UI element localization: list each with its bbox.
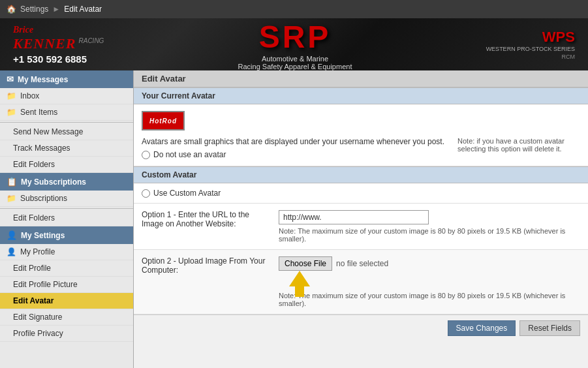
my-subscriptions-label: My Subscriptions <box>21 177 86 187</box>
arrow-indicator <box>289 271 310 297</box>
settings-user-icon: 👤 <box>7 230 17 240</box>
edit-folders-messages-label: Edit Folders <box>13 160 55 169</box>
my-settings-header: 👤 My Settings <box>0 226 133 244</box>
sidebar-item-edit-folders-messages[interactable]: Edit Folders <box>0 157 133 173</box>
avatar-info-row: Avatars are small graphics that are disp… <box>142 137 580 159</box>
sidebar-item-sent[interactable]: 📁 Sent Items <box>0 104 133 121</box>
sidebar-item-subscriptions[interactable]: 📁 Subscriptions <box>0 191 133 207</box>
banner-racing: RACING <box>78 37 104 44</box>
top-bar: 🏠 Settings ► Edit Avatar <box>0 0 588 18</box>
sidebar-item-inbox[interactable]: 📁 Inbox <box>0 88 133 104</box>
option2-label: Option 2 - Upload Image From YourCompute… <box>142 256 272 275</box>
sidebar-section-subscriptions: 📋 My Subscriptions 📁 Subscriptions Edit … <box>0 173 133 226</box>
sent-label: Sent Items <box>20 108 57 117</box>
content-area: Edit Avatar Your Current Avatar HotRod A… <box>134 70 588 368</box>
do-not-use-avatar-row: Do not use an avatar <box>142 150 444 159</box>
avatar-img-text: HotRod <box>149 117 177 125</box>
banner-phone: +1 530 592 6885 <box>13 54 104 65</box>
no-file-selected-text: no file selected <box>336 259 388 268</box>
avatar-description: Avatars are small graphics that are disp… <box>142 137 444 146</box>
breadcrumb-current: Edit Avatar <box>64 5 102 14</box>
option1-label: Option 1 - Enter the URL to theImage on … <box>142 210 272 228</box>
banner-tagline2: Racing Safety Apparel & Equipment <box>238 63 352 70</box>
sidebar-item-edit-profile[interactable]: Edit Profile <box>0 260 133 277</box>
sidebar-item-profile-privacy[interactable]: Profile Privacy <box>0 326 133 342</box>
settings-link[interactable]: Settings <box>20 5 48 14</box>
choose-file-button[interactable]: Choose File <box>279 256 332 271</box>
subscriptions-icon: 📋 <box>7 177 17 187</box>
option2-input-area: Choose File no file selected Note: The m… <box>279 256 580 307</box>
sidebar-item-my-profile[interactable]: 👤 My Profile <box>0 244 133 260</box>
current-avatar-section-title: Your Current Avatar <box>134 87 588 104</box>
banner-left: Brice KENNER RACING +1 530 592 6885 <box>13 25 104 65</box>
edit-profile-label: Edit Profile <box>13 264 51 273</box>
use-custom-avatar-row: Use Custom Avatar <box>134 183 588 204</box>
my-settings-label: My Settings <box>21 231 65 240</box>
avatar-note-text: Note: if you have a custom avatar select… <box>457 137 565 153</box>
sidebar-item-edit-profile-picture[interactable]: Edit Profile Picture <box>0 277 133 293</box>
subscriptions-label: Subscriptions <box>20 194 67 203</box>
banner: Brice KENNER RACING +1 530 592 6885 SRP … <box>0 18 588 70</box>
use-custom-radio-row: Use Custom Avatar <box>142 189 580 198</box>
my-messages-header: ✉ My Messages <box>0 70 133 88</box>
sidebar-item-edit-avatar[interactable]: Edit Avatar <box>0 293 133 309</box>
avatar-current: HotRod Avatars are small graphics that a… <box>142 111 580 159</box>
banner-wps-sub: WESTERN PRO-STOCK SERIES <box>486 46 575 52</box>
banner-right: WPS WESTERN PRO-STOCK SERIES RCM <box>486 29 575 60</box>
divider1 <box>0 122 133 123</box>
send-message-label: Send New Message <box>13 127 83 136</box>
yellow-arrow <box>289 271 310 297</box>
subscriptions-folder-icon: 📁 <box>7 194 16 203</box>
sidebar-item-track-messages[interactable]: Track Messages <box>0 140 133 157</box>
edit-profile-picture-label: Edit Profile Picture <box>13 280 78 289</box>
reset-fields-button[interactable]: Reset Fields <box>519 320 580 336</box>
edit-folders-subs-label: Edit Folders <box>13 213 55 222</box>
sidebar-section-settings: 👤 My Settings 👤 My Profile Edit Profile … <box>0 226 133 342</box>
banner-name: Brice KENNER <box>13 25 76 52</box>
main-layout: ✉ My Messages 📁 Inbox 📁 Sent Items Send … <box>0 70 588 368</box>
option1-note: Note: The maximum size of your custom im… <box>279 227 580 243</box>
divider2 <box>0 208 133 209</box>
sidebar-section-messages: ✉ My Messages 📁 Inbox 📁 Sent Items Send … <box>0 70 133 173</box>
inbox-icon: 📁 <box>7 91 16 100</box>
use-custom-radio[interactable] <box>142 189 150 198</box>
content-header: Edit Avatar <box>134 70 588 87</box>
envelope-icon: ✉ <box>7 74 14 84</box>
do-not-use-radio[interactable] <box>142 151 150 159</box>
edit-signature-label: Edit Signature <box>13 313 62 322</box>
option2-row: Option 2 - Upload Image From YourCompute… <box>134 250 588 314</box>
my-profile-icon: 👤 <box>7 247 16 256</box>
url-input[interactable] <box>279 210 429 224</box>
sidebar: ✉ My Messages 📁 Inbox 📁 Sent Items Send … <box>0 70 134 368</box>
arrow-head <box>289 271 310 286</box>
banner-center: SRP Automotive & Marine Racing Safety Ap… <box>238 19 352 70</box>
profile-privacy-label: Profile Privacy <box>13 329 63 338</box>
sidebar-item-send-message[interactable]: Send New Message <box>0 124 133 140</box>
avatar-description-col: Avatars are small graphics that are disp… <box>142 137 444 159</box>
track-messages-label: Track Messages <box>13 144 70 153</box>
sidebar-item-edit-folders-subs[interactable]: Edit Folders <box>0 210 133 226</box>
sent-icon: 📁 <box>7 108 16 117</box>
avatar-note-col: Note: if you have a custom avatar select… <box>457 137 580 159</box>
breadcrumb-separator: ► <box>52 5 60 14</box>
do-not-use-label: Do not use an avatar <box>153 150 226 159</box>
breadcrumb: 🏠 Settings ► Edit Avatar <box>7 5 102 14</box>
save-changes-button[interactable]: Save Changes <box>448 320 516 336</box>
my-profile-label: My Profile <box>20 247 55 256</box>
option1-input-area: Note: The maximum size of your custom im… <box>279 210 580 243</box>
custom-avatar-section-title: Custom Avatar <box>134 166 588 183</box>
arrow-shaft <box>295 286 304 297</box>
banner-srp: SRP <box>238 19 352 55</box>
current-avatar-section-body: HotRod Avatars are small graphics that a… <box>134 104 588 166</box>
footer-buttons: Save Changes Reset Fields <box>134 314 588 341</box>
inbox-label: Inbox <box>20 91 39 100</box>
current-avatar-image: HotRod <box>142 111 185 130</box>
option1-row: Option 1 - Enter the URL to theImage on … <box>134 204 588 250</box>
my-subscriptions-header: 📋 My Subscriptions <box>0 173 133 191</box>
home-icon[interactable]: 🏠 <box>7 5 16 14</box>
option2-note: Note: The maximum size of your custom im… <box>279 292 580 307</box>
use-custom-label: Use Custom Avatar <box>153 189 221 198</box>
my-messages-label: My Messages <box>18 75 68 84</box>
sidebar-item-edit-signature[interactable]: Edit Signature <box>0 309 133 326</box>
edit-avatar-label: Edit Avatar <box>13 296 54 305</box>
